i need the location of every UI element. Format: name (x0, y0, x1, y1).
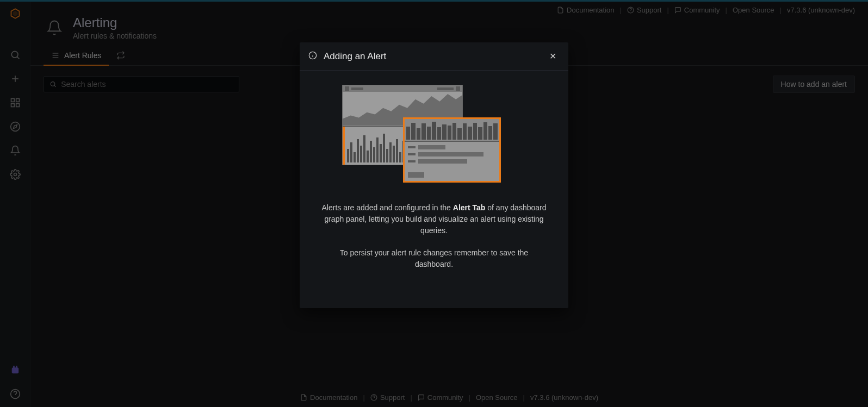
modal: Adding an Alert ✕ (300, 42, 568, 308)
modal-illustration (321, 85, 547, 188)
info-icon (308, 51, 317, 62)
close-icon[interactable]: ✕ (546, 49, 560, 64)
modal-title: Adding an Alert (324, 51, 386, 62)
modal-overlay[interactable]: Adding an Alert ✕ (0, 0, 868, 407)
modal-text: Alerts are added and configured in the A… (321, 202, 547, 270)
